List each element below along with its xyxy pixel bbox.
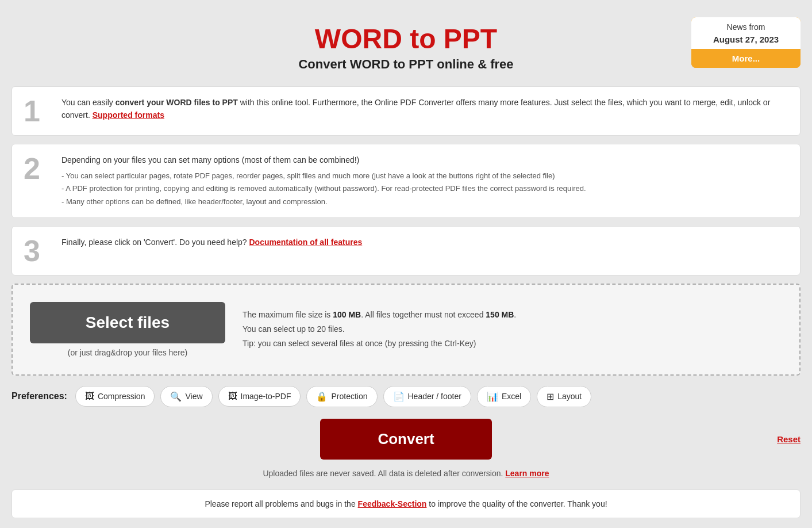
pref-compression-label: Compression — [98, 392, 145, 401]
pref-image-to-pdf-label: Image-to-PDF — [241, 392, 291, 401]
convert-row: Convert Reset — [11, 419, 801, 460]
feedback-section-link[interactable]: Feedback-Section — [358, 499, 427, 508]
news-label: News from — [727, 22, 765, 32]
image-to-pdf-icon: 🖼 — [228, 391, 237, 401]
page-subtitle: Convert WORD to PPT online & free — [11, 57, 801, 72]
max-size-prefix: The maximum file size is — [243, 310, 333, 319]
bullet-2: - A PDF protection for printing, copying… — [61, 182, 788, 195]
step-3-card: 3 Finally, please click on 'Convert'. Do… — [11, 226, 801, 276]
step-2-bullets: - You can select particular pages, rotat… — [61, 170, 788, 208]
step-2-card: 2 Depending on your files you can set ma… — [11, 144, 801, 218]
pref-compression-button[interactable]: 🖼 Compression — [75, 386, 155, 407]
feedback-text-before: Please report all problems and bugs in t… — [205, 499, 357, 508]
pref-header-footer-label: Header / footer — [408, 392, 461, 401]
upload-info: The maximum file size is 100 MB. All fil… — [243, 308, 782, 351]
header-footer-icon: 📄 — [393, 391, 405, 402]
feedback-box: Please report all problems and bugs in t… — [11, 489, 801, 518]
documentation-link[interactable]: Documentation of all features — [249, 238, 362, 247]
pref-image-to-pdf-button[interactable]: 🖼 Image-to-PDF — [218, 386, 301, 407]
pref-protection-label: Protection — [331, 392, 367, 401]
step-1-number: 1 — [24, 96, 52, 126]
news-more-button[interactable]: More... — [691, 49, 801, 68]
convert-button[interactable]: Convert — [320, 419, 491, 460]
tip-info: Tip: you can select several files at onc… — [243, 336, 782, 351]
upload-zone: Select files (or just drag&drop your fil… — [11, 284, 801, 376]
bullet-3: - Many other options can be defined, lik… — [61, 196, 788, 208]
step-2-content: Depending on your files you can set many… — [61, 154, 788, 208]
view-icon: 🔍 — [170, 391, 182, 402]
select-files-area: Select files (or just drag&drop your fil… — [30, 302, 225, 357]
feedback-text-after: to improve the quality of the converter.… — [426, 499, 607, 508]
drag-drop-hint: (or just drag&drop your files here) — [30, 348, 225, 357]
preferences-label: Preferences: — [11, 391, 67, 401]
pref-protection-button[interactable]: 🔒 Protection — [306, 386, 377, 407]
supported-formats-link[interactable]: Supported formats — [93, 110, 164, 120]
page-title: WORD to PPT — [11, 23, 801, 55]
step-1-text: You can easily convert your WORD files t… — [61, 96, 788, 122]
max-size-info: The maximum file size is 100 MB. All fil… — [243, 308, 782, 322]
step-2-number: 2 — [24, 154, 52, 183]
step-2-main-text: Depending on your files you can set many… — [61, 154, 788, 166]
privacy-notice: Uploaded files are never saved. All data… — [11, 469, 801, 478]
pref-excel-label: Excel — [502, 392, 521, 401]
max-size-value: 100 MB — [333, 310, 361, 319]
select-files-button[interactable]: Select files — [30, 302, 225, 343]
layout-icon: ⊞ — [547, 391, 554, 402]
excel-icon: 📊 — [487, 391, 498, 402]
page-header: WORD to PPT Convert WORD to PPT online &… — [11, 12, 801, 86]
pref-excel-button[interactable]: 📊 Excel — [477, 386, 531, 407]
bullet-1: - You can select particular pages, rotat… — [61, 170, 788, 182]
pref-layout-button[interactable]: ⊞ Layout — [537, 386, 591, 407]
learn-more-link[interactable]: Learn more — [505, 469, 549, 478]
reset-link[interactable]: Reset — [777, 434, 801, 444]
protection-icon: 🔒 — [316, 391, 328, 402]
step-3-content: Finally, please click on 'Convert'. Do y… — [61, 236, 788, 252]
step-3-number: 3 — [24, 236, 52, 266]
tip-text: Tip: you can select several files at onc… — [243, 339, 476, 348]
news-date: August 27, 2023 — [697, 33, 795, 45]
max-files-info: You can select up to 20 files. — [243, 322, 782, 336]
step-1-content: You can easily convert your WORD files t… — [61, 96, 788, 125]
compression-icon: 🖼 — [85, 391, 94, 401]
step-1-card: 1 You can easily convert your WORD files… — [11, 86, 801, 136]
pref-layout-label: Layout — [557, 392, 582, 401]
preferences-bar: Preferences: 🖼 Compression 🔍 View 🖼 Imag… — [11, 386, 801, 407]
privacy-text: Uploaded files are never saved. All data… — [263, 469, 503, 478]
pref-view-label: View — [185, 392, 202, 401]
pref-view-button[interactable]: 🔍 View — [160, 386, 212, 407]
page-wrapper: WORD to PPT Convert WORD to PPT online &… — [11, 12, 801, 518]
news-box: News from August 27, 2023 More... — [691, 17, 801, 68]
max-total-value: 150 MB — [486, 310, 514, 319]
max-total-text: . All files together must not exceed — [361, 310, 486, 319]
step-3-text: Finally, please click on 'Convert'. Do y… — [61, 236, 788, 248]
news-box-top: News from August 27, 2023 — [691, 17, 801, 49]
pref-header-footer-button[interactable]: 📄 Header / footer — [383, 386, 471, 407]
